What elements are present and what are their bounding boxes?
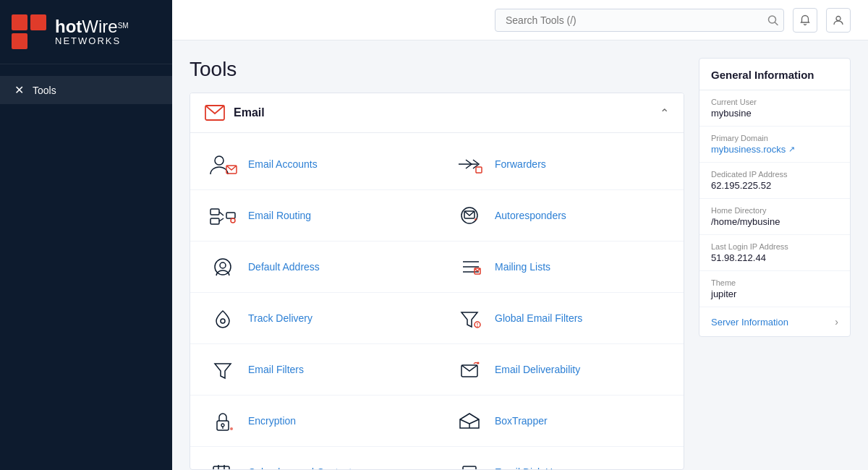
calendars-contacts-icon bbox=[208, 457, 238, 470]
email-deliverability-label: Email Deliverability bbox=[495, 364, 580, 375]
svg-marker-26 bbox=[215, 364, 231, 378]
svg-point-2 bbox=[836, 16, 841, 20]
bell-icon bbox=[799, 14, 811, 26]
primary-domain-label: Primary Domain bbox=[711, 134, 838, 142]
svg-line-35 bbox=[469, 419, 479, 424]
current-user-label: Current User bbox=[711, 98, 838, 106]
email-section-card: Email ⌃ bbox=[190, 93, 684, 470]
logo-text: hotWireSM NETWORKS bbox=[55, 17, 129, 47]
sidebar: hotWireSM NETWORKS ✕ Tools bbox=[0, 0, 172, 470]
email-filters-label: Email Filters bbox=[248, 364, 304, 375]
tool-item-default-address[interactable]: Default Address bbox=[190, 242, 437, 293]
collapse-button[interactable]: ⌃ bbox=[660, 106, 669, 120]
tool-item-encryption[interactable]: Encryption bbox=[190, 396, 437, 447]
home-dir-label: Home Directory bbox=[711, 206, 838, 215]
global-filters-label: Global Email Filters bbox=[495, 312, 582, 324]
svg-rect-6 bbox=[476, 167, 482, 173]
section-title: Email bbox=[234, 106, 265, 119]
boxtrapper-label: BoxTrapper bbox=[495, 415, 548, 427]
encryption-label: Encryption bbox=[248, 415, 296, 427]
right-panel: General Information Current User mybusin… bbox=[699, 58, 851, 470]
primary-domain-value[interactable]: mybusiness.rocks ↗ bbox=[711, 144, 838, 155]
tool-item-email-filters[interactable]: Email Filters bbox=[190, 344, 437, 396]
tool-item-forwarders[interactable]: Forwarders bbox=[437, 139, 684, 190]
dedicated-ip-label: Dedicated IP Address bbox=[711, 170, 838, 179]
search-input[interactable] bbox=[495, 9, 784, 32]
track-delivery-icon bbox=[208, 303, 238, 333]
email-routing-label: Email Routing bbox=[248, 210, 311, 221]
sidebar-item-tools[interactable]: ✕ Tools bbox=[0, 76, 172, 104]
tool-item-email-disk-usage[interactable]: Email Disk Usage bbox=[437, 447, 684, 470]
search-button[interactable] bbox=[767, 14, 778, 25]
svg-line-34 bbox=[460, 419, 469, 424]
disk-usage-icon bbox=[454, 457, 485, 470]
last-login-row: Last Login IP Address 51.98.212.44 bbox=[699, 235, 850, 271]
logo-sq-1 bbox=[12, 14, 27, 30]
server-info-label: Server Information bbox=[711, 317, 788, 328]
current-user-value: mybusine bbox=[711, 108, 838, 119]
tool-item-email-accounts[interactable]: Email Accounts bbox=[190, 139, 437, 190]
svg-point-25 bbox=[477, 325, 478, 327]
notifications-button[interactable] bbox=[793, 8, 817, 33]
last-login-label: Last Login IP Address bbox=[711, 242, 838, 251]
tool-item-global-filters[interactable]: Global Email Filters bbox=[437, 293, 684, 344]
theme-label: Theme bbox=[711, 278, 838, 287]
current-user-row: Current User mybusine bbox=[699, 90, 850, 127]
forwarders-icon bbox=[454, 149, 485, 179]
email-routing-icon bbox=[208, 200, 238, 231]
email-accounts-label: Email Accounts bbox=[248, 158, 318, 170]
logo-brand: hotWireSM bbox=[55, 22, 129, 35]
tool-item-email-routing[interactable]: Email Routing bbox=[190, 190, 437, 242]
tool-item-track-delivery[interactable]: Track Delivery bbox=[190, 293, 437, 344]
tool-item-mailing-lists[interactable]: Mailing Lists bbox=[437, 242, 684, 293]
autoresponders-icon bbox=[454, 200, 485, 231]
boxtrapper-icon bbox=[454, 406, 485, 436]
logo-sq-4 bbox=[30, 33, 46, 49]
default-address-icon bbox=[208, 252, 238, 282]
svg-line-10 bbox=[219, 212, 224, 215]
tool-item-calendars-contacts[interactable]: Calendars and Contacts bbox=[190, 447, 437, 470]
logo-area: hotWireSM NETWORKS bbox=[0, 0, 172, 64]
svg-rect-44 bbox=[463, 466, 476, 470]
chevron-right-icon: › bbox=[835, 316, 838, 328]
content-area: Tools Email ⌃ bbox=[172, 40, 868, 470]
last-login-value: 51.98.212.44 bbox=[711, 252, 838, 263]
user-button[interactable] bbox=[826, 8, 851, 33]
svg-point-28 bbox=[477, 362, 480, 364]
email-accounts-icon bbox=[208, 149, 238, 179]
svg-rect-7 bbox=[210, 209, 219, 215]
svg-rect-8 bbox=[210, 218, 219, 224]
forwarders-label: Forwarders bbox=[495, 158, 546, 170]
svg-line-11 bbox=[219, 218, 224, 221]
svg-line-1 bbox=[775, 22, 778, 25]
email-disk-usage-label: Email Disk Usage bbox=[495, 466, 574, 470]
dedicated-ip-value: 62.195.225.52 bbox=[711, 180, 838, 191]
main: Tools Email ⌃ bbox=[172, 0, 868, 470]
theme-value: jupiter bbox=[711, 289, 838, 299]
logo-networks: NETWORKS bbox=[55, 36, 129, 46]
svg-point-16 bbox=[220, 262, 226, 268]
sidebar-nav: ✕ Tools bbox=[0, 64, 172, 116]
email-section-icon bbox=[205, 105, 225, 121]
topbar bbox=[172, 0, 868, 40]
page-title: Tools bbox=[190, 58, 684, 81]
sidebar-item-label: Tools bbox=[33, 85, 56, 96]
svg-point-12 bbox=[231, 218, 235, 223]
search-wrap bbox=[495, 9, 784, 32]
server-info-row[interactable]: Server Information › bbox=[699, 307, 850, 336]
tools-icon: ✕ bbox=[14, 83, 24, 97]
svg-point-21 bbox=[221, 319, 225, 323]
default-address-label: Default Address bbox=[248, 261, 320, 273]
logo-squares bbox=[12, 14, 46, 49]
autoresponders-label: Autoresponders bbox=[495, 210, 566, 221]
encryption-icon bbox=[208, 406, 238, 436]
home-dir-row: Home Directory /home/mybusine bbox=[699, 199, 850, 235]
primary-domain-row: Primary Domain mybusiness.rocks ↗ bbox=[699, 127, 850, 163]
global-filters-icon bbox=[454, 303, 485, 333]
tool-item-autoresponders[interactable]: Autoresponders bbox=[437, 190, 684, 242]
tool-item-boxtrapper[interactable]: BoxTrapper bbox=[437, 396, 684, 447]
user-icon bbox=[833, 14, 844, 26]
tool-item-email-deliverability[interactable]: Email Deliverability bbox=[437, 344, 684, 396]
tools-grid: Email Accounts bbox=[190, 133, 684, 470]
svg-point-4 bbox=[215, 156, 224, 165]
